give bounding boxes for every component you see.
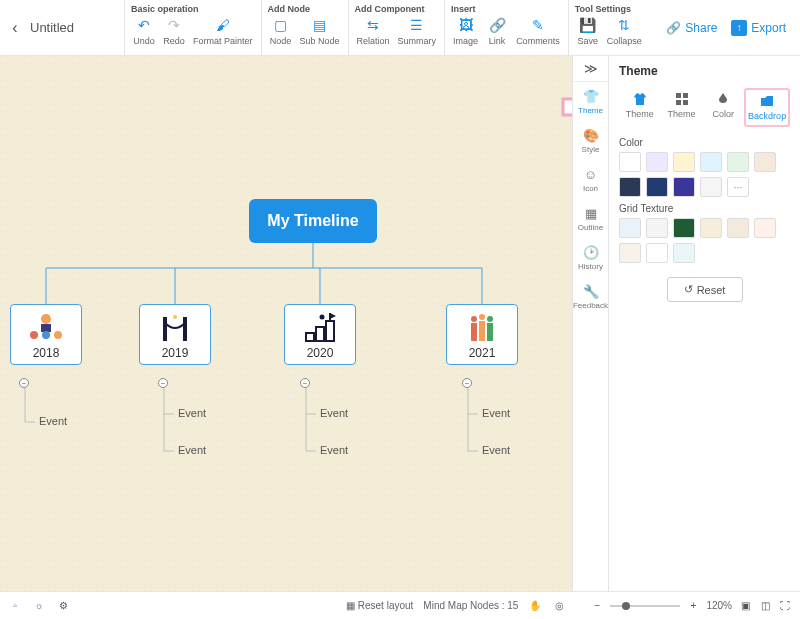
back-button[interactable]: ‹ [0, 0, 30, 55]
brightness-icon[interactable]: ☼ [32, 599, 46, 613]
tab-theme[interactable]: Theme [619, 88, 661, 127]
fit-icon[interactable]: ▣ [738, 599, 752, 613]
share-button[interactable]: 🔗Share [666, 21, 717, 35]
color-swatch[interactable] [727, 152, 749, 172]
color-swatch[interactable] [673, 152, 695, 172]
reset-layout-button[interactable]: ▦ Reset layout [346, 600, 413, 611]
collapse-toggle[interactable]: − [462, 378, 472, 388]
hand-icon[interactable]: ✋ [528, 599, 542, 613]
color-swatch[interactable] [754, 152, 776, 172]
svg-rect-22 [163, 317, 167, 341]
svg-point-24 [173, 315, 177, 319]
section-color-label: Color [619, 137, 790, 148]
root-node[interactable]: My Timeline [249, 199, 377, 243]
svg-rect-26 [316, 327, 324, 341]
collapse-toggle[interactable]: − [19, 378, 29, 388]
document-title[interactable]: Untitled [30, 0, 124, 55]
link-button[interactable]: 🔗Link [484, 16, 510, 46]
undo-button[interactable]: ↶Undo [131, 16, 157, 46]
texture-swatch[interactable] [619, 218, 641, 238]
rail-history[interactable]: 🕑History [573, 238, 608, 277]
texture-swatch[interactable] [646, 243, 668, 263]
redo-button[interactable]: ↷Redo [161, 16, 187, 46]
collapse-button[interactable]: ⇅Collapse [605, 16, 644, 46]
event-node[interactable]: Event [174, 444, 210, 456]
fullscreen-icon[interactable]: ⛶ [778, 599, 792, 613]
event-node[interactable]: Event [478, 444, 514, 456]
collapse-toggle[interactable]: − [300, 378, 310, 388]
reset-button[interactable]: ↺Reset [667, 277, 743, 302]
rail-outline[interactable]: ▦Outline [573, 199, 608, 238]
side-rail: ≫ 👕Theme 🎨Style ☺Icon ▦Outline 🕑History … [572, 56, 608, 591]
year-node-2019[interactable]: 2019 [139, 304, 211, 365]
tab-color[interactable]: Color [703, 88, 745, 127]
undo-icon: ↶ [135, 16, 153, 34]
rail-feedback[interactable]: 🔧Feedback [573, 277, 608, 316]
event-node[interactable]: Event [316, 444, 352, 456]
comments-button[interactable]: ✎Comments [514, 16, 562, 46]
more-colors[interactable]: ··· [727, 177, 749, 197]
svg-rect-34 [479, 321, 485, 341]
toolbar-group-add-node: Add Node ▢Node ▤Sub Node [261, 0, 348, 55]
color-swatch[interactable] [646, 177, 668, 197]
summary-button[interactable]: ☰Summary [396, 16, 439, 46]
color-swatch[interactable] [673, 177, 695, 197]
format-painter-button[interactable]: 🖌Format Painter [191, 16, 255, 46]
year-node-2018[interactable]: 2018 [10, 304, 82, 365]
texture-swatch[interactable] [673, 218, 695, 238]
year-node-2020[interactable]: 2020 [284, 304, 356, 365]
svg-rect-38 [676, 100, 681, 105]
texture-swatch[interactable] [673, 243, 695, 263]
image-button[interactable]: 🖼Image [451, 16, 480, 46]
texture-swatches [619, 218, 790, 263]
color-swatch[interactable] [619, 152, 641, 172]
texture-swatch[interactable] [700, 218, 722, 238]
zoom-slider[interactable] [610, 605, 680, 607]
year-node-2021[interactable]: 2021 [446, 304, 518, 365]
tab-backdrop[interactable]: Backdrop [744, 88, 790, 127]
color-swatch[interactable] [619, 177, 641, 197]
feedback-icon: 🔧 [583, 283, 599, 299]
group-title: Add Component [355, 4, 439, 14]
section-texture-label: Grid Texture [619, 203, 790, 214]
group-title: Tool Settings [575, 4, 644, 14]
svg-rect-37 [683, 93, 688, 98]
zoom-in-button[interactable]: + [686, 599, 700, 613]
zoom-value: 120% [706, 600, 732, 611]
event-node[interactable]: Event [35, 415, 71, 427]
texture-swatch[interactable] [646, 218, 668, 238]
rail-style[interactable]: 🎨Style [573, 121, 608, 160]
texture-swatch[interactable] [619, 243, 641, 263]
event-node[interactable]: Event [478, 407, 514, 419]
rail-theme[interactable]: 👕Theme [573, 82, 608, 121]
svg-point-19 [30, 331, 38, 339]
svg-point-30 [471, 316, 477, 322]
color-swatch[interactable] [700, 152, 722, 172]
color-swatch[interactable] [700, 177, 722, 197]
presentation-icon[interactable]: ▫ [8, 599, 22, 613]
settings-icon[interactable]: ⚙ [56, 599, 70, 613]
svg-point-20 [42, 331, 50, 339]
expand-icon[interactable]: ◫ [758, 599, 772, 613]
rail-icon[interactable]: ☺Icon [573, 160, 608, 199]
export-button[interactable]: ↑Export [731, 20, 786, 36]
save-button[interactable]: 💾Save [575, 16, 601, 46]
texture-swatch[interactable] [754, 218, 776, 238]
texture-swatch[interactable] [727, 218, 749, 238]
collapse-toggle[interactable]: − [158, 378, 168, 388]
folder-icon [760, 94, 774, 108]
zoom-thumb[interactable] [622, 602, 630, 610]
theme-panel: Theme Theme Theme Color Backdrop Color ·… [608, 56, 800, 591]
event-node[interactable]: Event [174, 407, 210, 419]
panel-collapse-button[interactable]: ≫ [573, 56, 608, 82]
color-swatch[interactable] [646, 152, 668, 172]
sub-node-button[interactable]: ▤Sub Node [298, 16, 342, 46]
canvas[interactable]: My Timeline 2018 − 2019 − 2020 − 2021 − … [0, 56, 608, 591]
relation-button[interactable]: ⇆Relation [355, 16, 392, 46]
event-node[interactable]: Event [316, 407, 352, 419]
target-icon[interactable]: ◎ [552, 599, 566, 613]
zoom-out-button[interactable]: − [590, 599, 604, 613]
svg-rect-27 [326, 321, 334, 341]
node-button[interactable]: ▢Node [268, 16, 294, 46]
tab-theme-grid[interactable]: Theme [661, 88, 703, 127]
